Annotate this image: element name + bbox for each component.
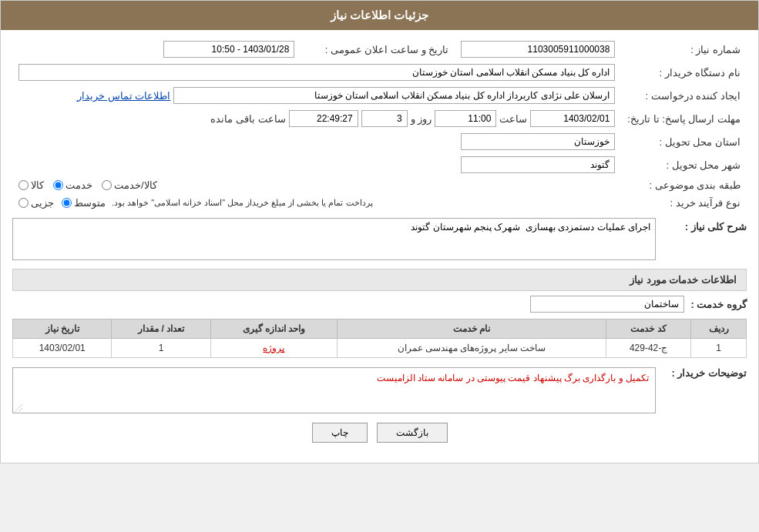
purchase-type-motevaset[interactable]: متوسط [62, 197, 106, 209]
contact-info-link[interactable]: اطلاعات تماس خریدار [77, 90, 170, 102]
back-button[interactable]: بازگشت [377, 423, 448, 443]
reply-time-label: ساعت [499, 113, 527, 125]
resize-handle [15, 403, 22, 411]
col-unit: واحد اندازه گیری [210, 320, 337, 339]
request-number-input [461, 41, 615, 58]
purchase-type-jozi[interactable]: جزیی [18, 197, 54, 209]
request-number-label: شماره نیاز : [621, 38, 747, 61]
category-kala[interactable]: کالا [18, 179, 44, 191]
reply-countdown-input [289, 110, 358, 127]
service-group-label: گروه خدمت : [690, 299, 747, 310]
purchase-type-label: نوع فرآیند خرید : [621, 194, 747, 212]
province-input [461, 133, 615, 150]
col-quantity: تعداد / مقدار [112, 320, 210, 339]
city-label: شهر محل تحویل : [621, 153, 747, 176]
col-row-num: ردیف [691, 320, 747, 339]
cell-service-code: ج-42-429 [606, 339, 691, 358]
description-textarea[interactable] [12, 218, 656, 260]
cell-date: 1403/02/01 [13, 339, 112, 358]
purchase-jozi-label: جزیی [31, 197, 54, 209]
purchase-motevaset-label: متوسط [74, 197, 106, 209]
category-khadamat[interactable]: خدمت [53, 179, 92, 191]
reply-time-input [435, 110, 496, 127]
cell-service-name: ساخت سایر پروژه‌های مهندسی عمران [338, 339, 606, 358]
category-khadamat-label: خدمت [65, 179, 92, 191]
province-label: استان محل تحویل : [621, 130, 747, 153]
reply-days-label: روز و [411, 113, 432, 125]
cell-quantity: 1 [112, 339, 210, 358]
category-kala-khadamat[interactable]: کالا/خدمت [102, 179, 157, 191]
service-group-input [530, 296, 684, 313]
buyer-org-input [18, 64, 615, 81]
print-button[interactable]: چاپ [312, 423, 368, 443]
col-service-code: کد خدمت [606, 320, 691, 339]
reply-date-input [530, 110, 615, 127]
page-header: جزئیات اطلاعات نیاز [1, 1, 758, 30]
services-table: ردیف کد خدمت نام خدمت واحد اندازه گیری ت… [12, 319, 747, 358]
announce-date-input [163, 41, 294, 58]
requester-label: ایجاد کننده درخواست : [621, 84, 747, 107]
cell-unit: پروژه [210, 339, 337, 358]
purchase-type-note: پرداخت تمام یا بخشی از مبلغ خریداز محل "… [112, 198, 373, 208]
col-service-name: نام خدمت [338, 320, 606, 339]
services-section-header: اطلاعات خدمات مورد نیاز [12, 269, 747, 291]
reply-deadline-label: مهلت ارسال پاسخ: تا تاریخ: [621, 107, 747, 130]
reply-countdown-label: ساعت باقی مانده [210, 113, 285, 125]
cell-row-num: 1 [691, 339, 747, 358]
page-title: جزئیات اطلاعات نیاز [331, 8, 428, 22]
description-label: شرح کلی نیاز : [662, 218, 747, 233]
col-date: تاریخ نیاز [13, 320, 112, 339]
category-kala-label: کالا [31, 179, 44, 191]
announce-date-label: تاریخ و ساعت اعلان عمومی : [301, 38, 455, 61]
city-input [461, 156, 615, 173]
reply-days-input [361, 110, 408, 127]
requester-input [173, 87, 615, 104]
category-kala-khadamat-label: کالا/خدمت [114, 179, 157, 191]
buyer-notes-text: تکمیل و بارگذاری برگ پیشنهاد قیمت پیوستی… [19, 373, 649, 383]
table-row: 1ج-42-429ساخت سایر پروژه‌های مهندسی عمرا… [13, 339, 747, 358]
buyer-notes-label: توضیحات خریدار : [662, 364, 747, 379]
buyer-org-label: نام دستگاه خریدار : [621, 61, 747, 84]
category-label: طبقه بندی موضوعی : [621, 176, 747, 194]
